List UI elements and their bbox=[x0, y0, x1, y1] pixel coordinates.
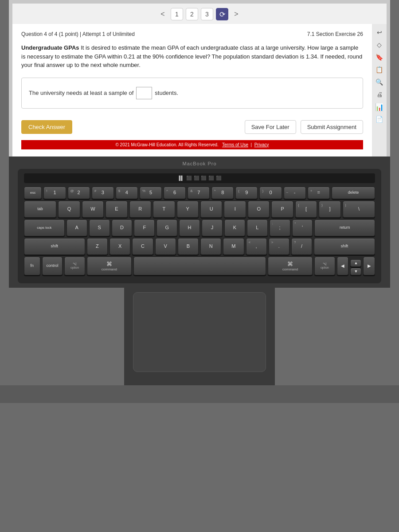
key-shift-right[interactable]: shift bbox=[314, 238, 375, 255]
sidebar-icon-doc[interactable]: 📄 bbox=[375, 114, 384, 124]
key-n[interactable]: N bbox=[200, 238, 221, 255]
option-label: option bbox=[321, 266, 329, 269]
key-minus[interactable]: _- bbox=[284, 187, 306, 199]
key-k[interactable]: K bbox=[224, 219, 245, 236]
key-7[interactable]: &7 bbox=[188, 187, 210, 199]
key-y[interactable]: Y bbox=[177, 201, 199, 218]
key-tab[interactable]: tab bbox=[24, 201, 56, 218]
save-later-button[interactable]: Save For Later bbox=[245, 120, 296, 134]
key-f[interactable]: F bbox=[134, 219, 155, 236]
sidebar-icon-back[interactable]: ↩ bbox=[375, 27, 384, 37]
sidebar-icon-search[interactable]: 🔍 bbox=[375, 77, 384, 87]
key-space[interactable] bbox=[133, 257, 266, 275]
submit-assignment-button[interactable]: Submit Assignment bbox=[301, 120, 363, 134]
key-u[interactable]: U bbox=[200, 201, 222, 218]
key-arrow-left[interactable]: ◀ bbox=[337, 257, 349, 275]
quiz-container: Question 4 of 4 (1 point) | Attempt 1 of… bbox=[12, 24, 372, 156]
key-arrow-down[interactable]: ▼ bbox=[350, 268, 361, 275]
touch-bar-content: ▐▌ ⬛ ⬛ ⬛ ⬛ ⬛ bbox=[175, 175, 224, 181]
page-3-button[interactable]: 3 bbox=[201, 8, 213, 20]
question-meta: Question 4 of 4 (1 point) | Attempt 1 of… bbox=[21, 31, 135, 37]
key-o[interactable]: O bbox=[248, 201, 270, 218]
sidebar-icon-diamond[interactable]: ◇ bbox=[375, 40, 384, 50]
qwerty-row: tab Q W E R T Y U I O P {[ }] |\ bbox=[24, 201, 375, 218]
key-4[interactable]: $4 bbox=[116, 187, 138, 199]
key-q[interactable]: Q bbox=[58, 201, 80, 218]
key-p[interactable]: P bbox=[271, 201, 293, 218]
key-command-right[interactable]: ⌘ command bbox=[268, 257, 313, 275]
question-body: Undergraduate GPAs It is desired to esti… bbox=[21, 43, 363, 70]
key-m[interactable]: M bbox=[223, 238, 244, 255]
key-t[interactable]: T bbox=[153, 201, 175, 218]
key-i[interactable]: I bbox=[224, 201, 246, 218]
check-answer-button[interactable]: Check Answer bbox=[21, 120, 72, 134]
key-bracket-left[interactable]: {[ bbox=[295, 201, 317, 218]
key-j[interactable]: J bbox=[202, 219, 223, 236]
sidebar-icon-clipboard[interactable]: 📋 bbox=[375, 65, 384, 74]
key-r[interactable]: R bbox=[129, 201, 151, 218]
right-actions: Save For Later Submit Assignment bbox=[245, 120, 363, 134]
prev-page-button[interactable]: < bbox=[157, 9, 168, 20]
key-control[interactable]: control bbox=[42, 257, 63, 275]
key-s[interactable]: S bbox=[89, 219, 110, 236]
key-l[interactable]: L bbox=[247, 219, 268, 236]
trackpad[interactable] bbox=[133, 292, 266, 372]
key-1[interactable]: !1 bbox=[43, 187, 66, 199]
next-page-button[interactable]: > bbox=[231, 9, 242, 20]
privacy-link[interactable]: Privacy bbox=[254, 142, 269, 147]
key-period[interactable]: >. bbox=[269, 238, 289, 255]
page-1-button[interactable]: 1 bbox=[171, 8, 183, 20]
trackpad-area bbox=[124, 288, 275, 385]
key-a[interactable]: A bbox=[66, 219, 87, 236]
question-header: Question 4 of 4 (1 point) | Attempt 1 of… bbox=[21, 31, 363, 37]
key-return[interactable]: return bbox=[314, 219, 375, 236]
sidebar-icon-print[interactable]: 🖨 bbox=[375, 90, 384, 99]
question-number: Question 4 of 4 (1 point) | Attempt 1 of… bbox=[21, 31, 135, 37]
keyboard: ▐▌ ⬛ ⬛ ⬛ ⬛ ⬛ esc !1 @2 #3 $4 %5 ^6 &7 *8… bbox=[18, 169, 381, 283]
key-capslock[interactable]: caps lock bbox=[24, 219, 65, 236]
key-delete[interactable]: delete bbox=[332, 187, 375, 199]
key-arrow-right[interactable]: ▶ bbox=[363, 257, 375, 275]
answer-input[interactable] bbox=[136, 87, 152, 99]
key-h[interactable]: H bbox=[179, 219, 200, 236]
key-8[interactable]: *8 bbox=[211, 187, 234, 199]
key-option-right[interactable]: ⌥ option bbox=[314, 257, 335, 275]
key-b[interactable]: B bbox=[178, 238, 199, 255]
section-label: 7.1 Section Exercise 26 bbox=[307, 31, 363, 37]
key-w[interactable]: W bbox=[82, 201, 104, 218]
key-command-left[interactable]: ⌘ command bbox=[87, 257, 132, 275]
key-shift-left[interactable]: shift bbox=[24, 238, 85, 255]
key-0[interactable]: )0 bbox=[259, 187, 282, 199]
key-slash[interactable]: ?/ bbox=[291, 238, 312, 255]
key-5[interactable]: %5 bbox=[140, 187, 162, 199]
key-arrow-up[interactable]: ▲ bbox=[350, 259, 361, 267]
key-semicolon[interactable]: :; bbox=[270, 219, 290, 236]
key-equals[interactable]: += bbox=[308, 187, 330, 199]
terms-link[interactable]: Terms of Use bbox=[222, 142, 248, 147]
number-row: esc !1 @2 #3 $4 %5 ^6 &7 *8 (9 )0 _- += … bbox=[24, 187, 375, 199]
key-bracket-right[interactable]: }] bbox=[319, 201, 340, 218]
key-quote[interactable]: "' bbox=[292, 219, 313, 236]
key-e[interactable]: E bbox=[106, 201, 127, 218]
key-backslash[interactable]: |\ bbox=[343, 201, 375, 218]
key-2[interactable]: @2 bbox=[68, 187, 90, 199]
page-2-button[interactable]: 2 bbox=[186, 8, 198, 20]
sidebar-icon-chart[interactable]: 📊 bbox=[375, 102, 384, 112]
key-v[interactable]: V bbox=[155, 238, 176, 255]
page-current-button[interactable]: ⟳ bbox=[216, 8, 228, 20]
key-option-left[interactable]: ⌥ option bbox=[64, 257, 85, 275]
key-z[interactable]: Z bbox=[87, 238, 108, 255]
key-6[interactable]: ^6 bbox=[164, 187, 186, 199]
key-g[interactable]: G bbox=[156, 219, 177, 236]
key-x[interactable]: X bbox=[110, 238, 130, 255]
key-d[interactable]: D bbox=[112, 219, 133, 236]
key-c[interactable]: C bbox=[132, 238, 153, 255]
key-comma[interactable]: <, bbox=[246, 238, 267, 255]
footer-bar: © 2021 McGraw-Hill Education. All Rights… bbox=[21, 140, 363, 149]
key-9[interactable]: (9 bbox=[235, 187, 258, 199]
macbook-label: MacBook Pro bbox=[18, 159, 381, 169]
key-3[interactable]: #3 bbox=[92, 187, 114, 199]
key-escape[interactable]: esc bbox=[24, 187, 42, 199]
key-fn[interactable]: fn bbox=[24, 257, 40, 275]
sidebar-icon-bookmark[interactable]: 🔖 bbox=[375, 52, 384, 62]
